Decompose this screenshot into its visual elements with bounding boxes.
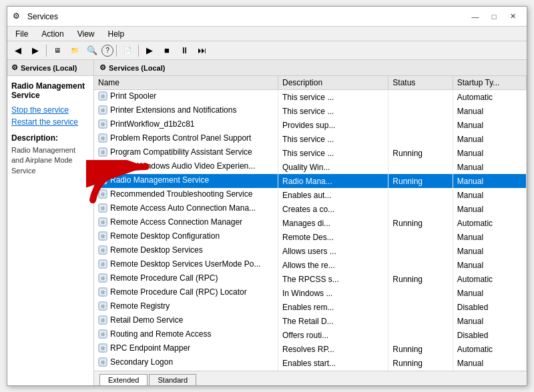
service-desc-cell: This service ... [278, 146, 388, 160]
col-name[interactable]: Name [94, 76, 278, 90]
menu-action[interactable]: Action [36, 28, 69, 40]
tab-extended[interactable]: Extended [99, 374, 148, 385]
menu-help[interactable]: Help [103, 28, 130, 40]
right-content: Name Description Status Startup Ty... ⚙P… [94, 76, 527, 371]
col-startup[interactable]: Startup Ty... [453, 76, 526, 90]
service-name-cell: ⚙Program Compatibility Assistant Service [94, 146, 278, 160]
service-name-cell: ⚙RPC Endpoint Mapper [94, 342, 278, 356]
service-startup-cell: Manual [453, 146, 526, 160]
svg-text:⚙: ⚙ [101, 332, 105, 337]
service-startup-cell: Manual [453, 314, 526, 328]
col-status[interactable]: Status [388, 76, 453, 90]
service-desc-cell: This service ... [278, 90, 388, 105]
service-name-cell: ⚙Radio Management Service [94, 174, 278, 188]
maximize-button[interactable]: □ [485, 9, 503, 24]
service-desc-cell: Provides sup... [278, 118, 388, 132]
stop-link[interactable]: Stop the service [11, 105, 89, 115]
table-row[interactable]: ⚙PrintWorkflow_d1b2c81Provides sup...Man… [94, 118, 527, 132]
stop-button[interactable]: ■ [159, 43, 175, 58]
table-row[interactable]: ⚙Remote Procedure Call (RPC) LocatorIn W… [94, 286, 527, 300]
menu-file[interactable]: File [10, 28, 33, 40]
svg-text:⚙: ⚙ [101, 108, 105, 113]
col-desc[interactable]: Description [278, 76, 388, 90]
table-row[interactable]: ⚙Remote Procedure Call (RPC)The RPCSS s.… [94, 272, 527, 286]
svg-text:⚙: ⚙ [101, 248, 105, 253]
table-row[interactable]: ⚙Retail Demo ServiceThe Retail D...Manua… [94, 314, 527, 328]
service-status-cell [388, 314, 453, 328]
table-row[interactable]: ⚙Recommended Troubleshooting ServiceEnab… [94, 188, 527, 202]
service-startup-cell: Manual [453, 258, 526, 272]
services-local-icon: ⚙ [11, 63, 18, 72]
selected-service-name: Radio Management Service [11, 81, 89, 100]
service-name-cell: ⚙Remote Registry [94, 300, 278, 314]
table-row[interactable]: ⚙Radio Management ServiceRadio Mana...Ru… [94, 174, 527, 188]
table-row[interactable]: ⚙Secondary LogonEnables start...RunningM… [94, 356, 527, 370]
services-table[interactable]: Name Description Status Startup Ty... ⚙P… [94, 76, 527, 371]
forward-button[interactable]: ▶ [27, 43, 43, 58]
service-status-cell: Running [388, 272, 453, 286]
left-panel-body: Radio Management Service Stop the servic… [7, 76, 93, 385]
table-row[interactable]: ⚙Remote Desktop ConfigurationRemote Des.… [94, 230, 527, 244]
description-label: Description: [11, 133, 89, 143]
toolbar: ◀ ▶ 🖥 📁 🔍 ? 📄 ▶ ■ ⏸ ⏭ [7, 41, 527, 60]
service-status-cell [388, 202, 453, 216]
table-row[interactable]: ⚙RPC Endpoint MapperResolves RP...Runnin… [94, 342, 527, 356]
play-button[interactable]: ▶ [142, 43, 158, 58]
svg-text:⚙: ⚙ [101, 234, 105, 239]
service-desc-cell: Allows users ... [278, 244, 388, 258]
table-row[interactable]: ⚙Print SpoolerThis service ...Automatic [94, 90, 527, 105]
right-panel: ⚙ Services (Local) Name Description Stat… [94, 60, 527, 385]
right-panel-title: Services (Local) [109, 64, 165, 72]
svg-text:⚙: ⚙ [101, 164, 105, 169]
right-panel-header: ⚙ Services (Local) [94, 60, 527, 76]
svg-text:⚙: ⚙ [101, 262, 105, 267]
menu-view[interactable]: View [72, 28, 100, 40]
restart-button[interactable]: ⏭ [194, 43, 210, 58]
service-status-cell [388, 328, 453, 342]
table-row[interactable]: ⚙Remote Access Connection ManagerManages… [94, 216, 527, 230]
pause-button[interactable]: ⏸ [176, 43, 192, 58]
service-status-cell: Running [388, 146, 453, 160]
service-name-cell: ⚙Retail Demo Service [94, 314, 278, 328]
table-row[interactable]: ⚙Quality Windows Audio Video Experien...… [94, 160, 527, 174]
back-button[interactable]: ◀ [10, 43, 26, 58]
close-button[interactable]: ✕ [504, 9, 521, 24]
app-icon: ⚙ [13, 11, 23, 22]
separator-2 [116, 45, 117, 57]
table-row[interactable]: ⚙Program Compatibility Assistant Service… [94, 146, 527, 160]
service-startup-cell: Manual [453, 356, 526, 370]
service-status-cell [388, 118, 453, 132]
service-startup-cell: Disabled [453, 300, 526, 314]
separator-3 [138, 45, 139, 57]
svg-text:⚙: ⚙ [101, 178, 105, 183]
service-name-cell: ⚙Remote Access Connection Manager [94, 216, 278, 230]
service-status-cell: Running [388, 216, 453, 230]
table-row[interactable]: ⚙Remote Access Auto Connection Mana...Cr… [94, 202, 527, 216]
window-title: Services [27, 12, 58, 21]
table-row[interactable]: ⚙Routing and Remote AccessOffers routi..… [94, 328, 527, 342]
folder-button[interactable]: 📁 [67, 43, 83, 58]
table-row[interactable]: ⚙Remote Desktop Services UserMode Po...A… [94, 258, 527, 272]
help-button[interactable]: ? [101, 45, 113, 57]
svg-text:⚙: ⚙ [101, 94, 105, 99]
service-startup-cell: Manual [453, 188, 526, 202]
minimize-button[interactable]: — [467, 9, 484, 24]
table-row[interactable]: ⚙Remote RegistryEnables rem...Disabled [94, 300, 527, 314]
up-button[interactable]: 🖥 [49, 43, 65, 58]
window-controls: — □ ✕ [467, 9, 521, 24]
table-row[interactable]: ⚙Problem Reports Control Panel SupportTh… [94, 132, 527, 146]
search-button[interactable]: 🔍 [84, 43, 100, 58]
tab-standard[interactable]: Standard [149, 374, 196, 385]
service-startup-cell: Automatic [453, 272, 526, 286]
service-status-cell: Running [388, 174, 453, 188]
separator-1 [46, 45, 47, 57]
restart-link[interactable]: Restart the service [11, 117, 89, 127]
export-button[interactable]: 📄 [119, 43, 136, 58]
table-row[interactable]: ⚙Remote Desktop ServicesAllows users ...… [94, 244, 527, 258]
service-name-cell: ⚙Remote Desktop Services UserMode Po... [94, 258, 278, 272]
service-desc-cell: Enables rem... [278, 300, 388, 314]
table-row[interactable]: ⚙Printer Extensions and NotificationsThi… [94, 104, 527, 118]
service-desc-cell: This service ... [278, 104, 388, 118]
svg-text:⚙: ⚙ [101, 346, 105, 351]
service-desc-cell: Quality Win... [278, 160, 388, 174]
